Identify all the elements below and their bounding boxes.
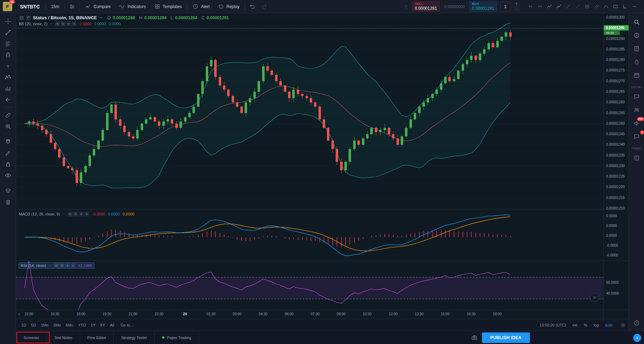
alert-button[interactable]: Alert (189, 0, 214, 13)
tab-screener[interactable]: Screener (16, 331, 47, 344)
publish-menu-button[interactable] (633, 334, 641, 342)
settings-button[interactable] (59, 263, 64, 268)
add-button[interactable] (65, 263, 70, 268)
measure-tool-button[interactable] (2, 110, 14, 121)
time-axis[interactable]: 15:0016:3018:0019:3021:0022:302401:3003:… (16, 310, 629, 319)
chevron-down-icon[interactable] (49, 22, 53, 26)
lock-all-drawings-button[interactable] (2, 159, 14, 170)
private-chats-button[interactable]: 2 (630, 130, 643, 143)
compare-button[interactable]: Compare (81, 0, 114, 13)
chevron-down-icon[interactable] (62, 212, 65, 216)
settings-button[interactable] (61, 21, 65, 26)
add-button[interactable] (66, 21, 71, 26)
pattern-tool-button[interactable] (2, 72, 14, 83)
publish-idea-button[interactable]: PUBLISH IDEA (482, 332, 530, 343)
text-tool-button[interactable] (2, 61, 14, 71)
fib-levels-tool-button[interactable] (582, 1, 592, 12)
crosshair-tool-button[interactable] (2, 16, 14, 27)
fib-retracement-tool-button[interactable] (2, 38, 14, 49)
replay-button[interactable]: Replay (214, 0, 243, 13)
headlines-button[interactable] (630, 42, 643, 55)
dom-panel-button[interactable] (630, 152, 643, 164)
dashed-line-style-button[interactable] (573, 1, 582, 12)
price-axis[interactable]: 0.00001295 09:39 0.000013000.000012950.0… (603, 13, 629, 209)
percent-scale-toggle[interactable]: % (584, 323, 587, 327)
rectangle-tool-button[interactable] (611, 1, 620, 12)
chevron-down-icon[interactable] (48, 264, 52, 267)
curve-tool-button[interactable] (601, 1, 611, 12)
quantity-decrease-button[interactable]: − (513, 7, 519, 12)
chart-settings-button[interactable] (620, 322, 626, 328)
ideas-button[interactable] (630, 56, 643, 68)
drag-handle-icon[interactable] (403, 4, 409, 9)
arrow-tool-button[interactable] (2, 94, 14, 105)
remove-button[interactable] (84, 212, 89, 216)
utc-clock[interactable]: 19:50:20 (UTC) (540, 323, 566, 327)
range-1d-button[interactable]: 1D (19, 322, 29, 329)
tab-text-notes[interactable]: Text Notes (47, 331, 80, 344)
price-chart-canvas[interactable] (16, 13, 603, 209)
range-5y-button[interactable]: 5Y (98, 322, 107, 329)
range-6mo-button[interactable]: 6Mo (63, 322, 76, 329)
range-3mo-button[interactable]: 3Mo (51, 322, 63, 329)
horizontal-line-tool-button[interactable] (630, 1, 639, 12)
symbol-input[interactable]: SNTBTC (16, 4, 44, 9)
buy-button[interactable]: BUY 0.00001291 (469, 1, 497, 12)
object-tree-button[interactable] (2, 185, 14, 196)
range-5d-button[interactable]: 5D (29, 322, 38, 329)
flag-symbol-button[interactable] (26, 15, 31, 20)
interval-button[interactable]: 15m (47, 0, 63, 13)
macd-axis[interactable]: 0.00000.00000.0000-0.0000-0.0000 (603, 210, 629, 261)
quantity-input[interactable]: 1 (500, 2, 511, 12)
pitchfork-tool-button[interactable] (2, 49, 14, 60)
macd-canvas[interactable] (16, 210, 603, 261)
zoom-in-tool-button[interactable] (2, 121, 14, 132)
trend-line-tool-button[interactable] (2, 27, 14, 38)
redo-button[interactable] (259, 0, 270, 13)
minimize-pane-button[interactable] (19, 15, 24, 20)
pattern-nodes-tool-button[interactable] (545, 1, 554, 12)
chevron-down-icon[interactable] (99, 16, 103, 20)
forecast-tool-button[interactable] (2, 83, 14, 94)
log-scale-toggle[interactable]: log (594, 323, 599, 327)
font-cursor-tool-button[interactable] (526, 1, 535, 12)
settings-button[interactable] (73, 212, 78, 216)
range-1mo-button[interactable]: 1Mo (38, 322, 51, 329)
auto-scale-toggle[interactable]: auto (605, 323, 612, 327)
add-button[interactable] (79, 212, 84, 216)
magnet-mode-button[interactable] (2, 136, 14, 147)
undo-button[interactable] (246, 0, 258, 13)
visibility-button[interactable] (55, 21, 60, 26)
visibility-button[interactable] (68, 212, 72, 216)
following-button[interactable] (630, 104, 643, 116)
remove-button[interactable] (71, 263, 76, 268)
watchlist-button[interactable] (630, 16, 643, 28)
scroll-to-realtime-button[interactable] (590, 293, 599, 302)
sell-button[interactable]: SELL 0.00001291 (412, 1, 440, 12)
range-1y-button[interactable]: 1Y (88, 322, 98, 329)
minds-button[interactable] (630, 90, 643, 103)
indicators-button[interactable]: Indicators (115, 0, 149, 13)
range-ytd-button[interactable]: YTD (76, 322, 88, 329)
tab-pine-editor[interactable]: Pine Editor (80, 331, 114, 344)
alerts-button[interactable] (630, 29, 643, 42)
elliott-wave-tool-button[interactable] (554, 1, 564, 12)
rsi-canvas[interactable] (16, 261, 603, 310)
tab-paper-trading[interactable]: Paper Trading (155, 331, 199, 344)
remove-button[interactable] (72, 21, 77, 26)
rsi-axis[interactable]: 60.000040.0000 (603, 261, 629, 310)
goto-date-button[interactable]: Go to... (118, 322, 136, 329)
quantity-increase-button[interactable]: + (513, 2, 519, 6)
economic-calendar-button[interactable] (630, 69, 643, 82)
remove-all-drawings-button[interactable] (2, 197, 14, 207)
collapse-left-button[interactable] (17, 311, 24, 318)
extended-hours-toggle[interactable]: ext (572, 323, 578, 327)
chart-title[interactable]: Status / Bitcoin, 15, BINANCE (33, 15, 97, 20)
public-chats-button[interactable]: 270 (630, 117, 643, 130)
help-button[interactable] (630, 317, 643, 329)
tab-strategy-tester[interactable]: Strategy Tester (114, 331, 155, 344)
account-avatar[interactable]: F 11 (3, 2, 12, 11)
trend-angle-tool-button[interactable] (620, 1, 630, 12)
bb-indicator-label[interactable]: BB (20, close, 2) (19, 22, 47, 26)
trend-line-style-button[interactable] (564, 1, 573, 12)
